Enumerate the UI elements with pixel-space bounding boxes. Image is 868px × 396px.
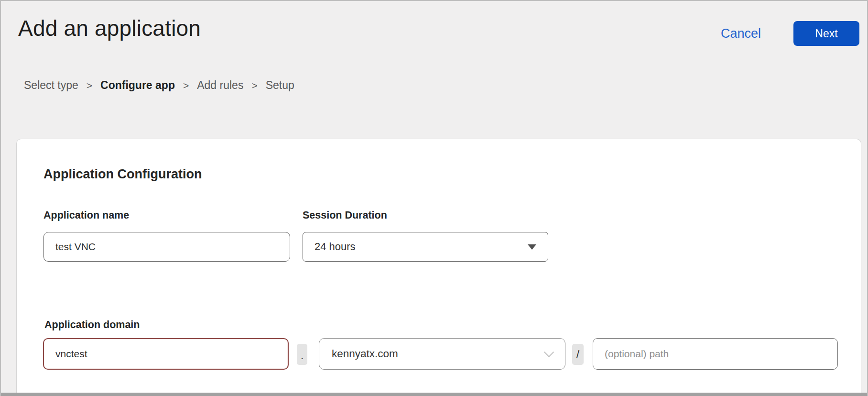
next-button[interactable]: Next bbox=[793, 21, 859, 46]
breadcrumb-separator: > bbox=[251, 80, 257, 91]
cancel-button[interactable]: Cancel bbox=[721, 26, 761, 41]
breadcrumb-step-select-type[interactable]: Select type bbox=[24, 79, 78, 92]
application-domain-label: Application domain bbox=[44, 319, 140, 331]
breadcrumb-step-setup[interactable]: Setup bbox=[266, 79, 294, 92]
breadcrumb-step-configure-app[interactable]: Configure app bbox=[100, 79, 175, 92]
page-title: Add an application bbox=[18, 15, 201, 41]
session-duration-select[interactable]: 24 hours bbox=[303, 232, 548, 262]
domain-select[interactable]: kennyatx.com bbox=[319, 338, 565, 370]
chevron-down-icon bbox=[544, 347, 554, 357]
breadcrumb-separator: > bbox=[183, 80, 189, 91]
path-input[interactable] bbox=[593, 338, 838, 370]
section-title: Application Configuration bbox=[43, 167, 202, 182]
session-duration-label: Session Duration bbox=[303, 209, 387, 221]
domain-select-value: kennyatx.com bbox=[332, 348, 398, 360]
add-application-page: Add an application Cancel Next Select ty… bbox=[0, 0, 868, 396]
window-bottom-edge bbox=[1, 393, 867, 396]
breadcrumb: Select type > Configure app > Add rules … bbox=[24, 79, 294, 92]
caret-down-icon bbox=[528, 244, 536, 250]
application-name-label: Application name bbox=[43, 209, 129, 221]
application-configuration-card: Application Configuration Application na… bbox=[16, 139, 861, 394]
dot-separator: . bbox=[297, 344, 307, 365]
application-name-input[interactable] bbox=[43, 232, 290, 262]
breadcrumb-separator: > bbox=[87, 80, 92, 91]
header-actions: Cancel Next bbox=[721, 21, 859, 46]
slash-separator: / bbox=[572, 344, 584, 365]
session-duration-value: 24 hours bbox=[315, 241, 356, 253]
breadcrumb-step-add-rules[interactable]: Add rules bbox=[197, 79, 243, 92]
subdomain-input[interactable] bbox=[43, 338, 289, 370]
